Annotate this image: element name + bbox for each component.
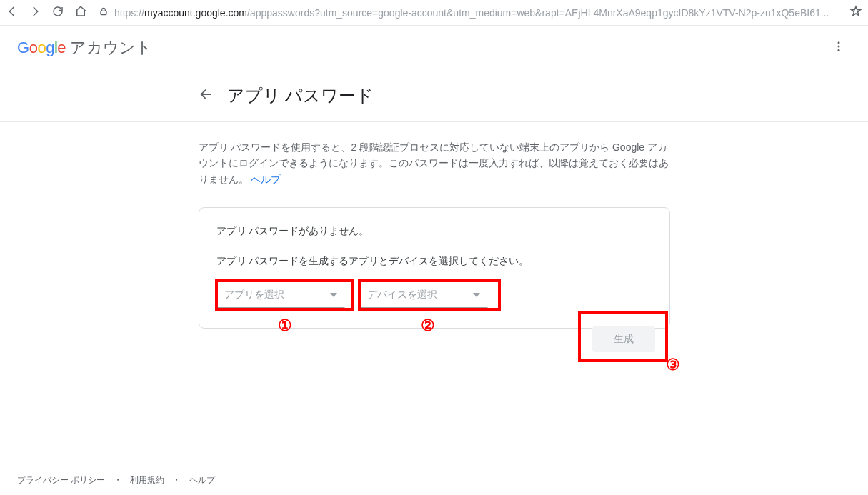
footer-help-link[interactable]: ヘルプ bbox=[189, 475, 215, 485]
select-app-label: アプリを選択 bbox=[224, 289, 284, 301]
instruction-text: アプリ パスワードを生成するアプリとデバイスを選択してください。 bbox=[216, 255, 652, 268]
forward-icon[interactable] bbox=[29, 5, 41, 21]
select-device-label: デバイスを選択 bbox=[367, 289, 437, 301]
footer: プライバシー ポリシー ・ 利用規約 ・ ヘルプ bbox=[17, 474, 215, 486]
annotation-label-3: ③ bbox=[666, 356, 680, 374]
nav-icons bbox=[6, 5, 87, 21]
empty-state-text: アプリ パスワードがありません。 bbox=[216, 225, 652, 238]
page-header: Google アカウント bbox=[0, 26, 868, 70]
footer-terms-link[interactable]: 利用規約 bbox=[130, 475, 164, 485]
selectors-row: アプリを選択 デバイスを選択 bbox=[216, 282, 652, 308]
divider bbox=[0, 121, 868, 122]
bookmark-star-icon[interactable] bbox=[849, 5, 862, 21]
address-bar[interactable]: https://myaccount.google.com/apppassword… bbox=[94, 6, 842, 19]
browser-toolbar: https://myaccount.google.com/apppassword… bbox=[0, 0, 868, 26]
svg-rect-0 bbox=[101, 11, 106, 14]
url-text: https://myaccount.google.com/apppassword… bbox=[114, 7, 829, 19]
help-link[interactable]: ヘルプ bbox=[251, 174, 281, 185]
google-account-logo[interactable]: Google アカウント bbox=[17, 37, 152, 59]
select-device-dropdown[interactable]: デバイスを選択 bbox=[359, 282, 488, 308]
lock-icon bbox=[99, 6, 109, 19]
caret-down-icon bbox=[330, 289, 337, 301]
footer-sep: ・ bbox=[114, 475, 122, 485]
back-icon[interactable] bbox=[6, 5, 19, 21]
home-icon[interactable] bbox=[74, 5, 87, 21]
caret-down-icon bbox=[473, 289, 480, 301]
page-title: アプリ パスワード bbox=[227, 84, 374, 107]
description: アプリ パスワードを使用すると、2 段階認証プロセスに対応していない端末上のアプ… bbox=[199, 139, 670, 187]
title-row: アプリ パスワード bbox=[199, 84, 670, 107]
annotation-label-1: ① bbox=[278, 316, 292, 335]
back-arrow-icon[interactable] bbox=[199, 86, 214, 105]
google-logo: Google bbox=[17, 39, 66, 57]
svg-point-3 bbox=[838, 49, 840, 51]
reload-icon[interactable] bbox=[51, 5, 64, 21]
select-device-wrap: デバイスを選択 bbox=[359, 282, 488, 308]
kebab-menu-icon[interactable] bbox=[827, 34, 851, 61]
footer-sep: ・ bbox=[172, 475, 181, 485]
svg-point-2 bbox=[838, 46, 840, 48]
annotation-label-2: ② bbox=[421, 316, 435, 335]
svg-point-1 bbox=[838, 41, 840, 44]
main-content: アプリ パスワードを使用すると、2 段階認証プロセスに対応していない端末上のアプ… bbox=[199, 139, 670, 329]
select-app-wrap: アプリを選択 bbox=[216, 282, 345, 308]
logo-suffix: アカウント bbox=[70, 37, 152, 59]
app-passwords-card: アプリ パスワードがありません。 アプリ パスワードを生成するアプリとデバイスを… bbox=[199, 207, 670, 329]
footer-privacy-link[interactable]: プライバシー ポリシー bbox=[17, 475, 105, 485]
select-app-dropdown[interactable]: アプリを選択 bbox=[216, 282, 345, 308]
generate-button[interactable]: 生成 bbox=[592, 326, 655, 352]
